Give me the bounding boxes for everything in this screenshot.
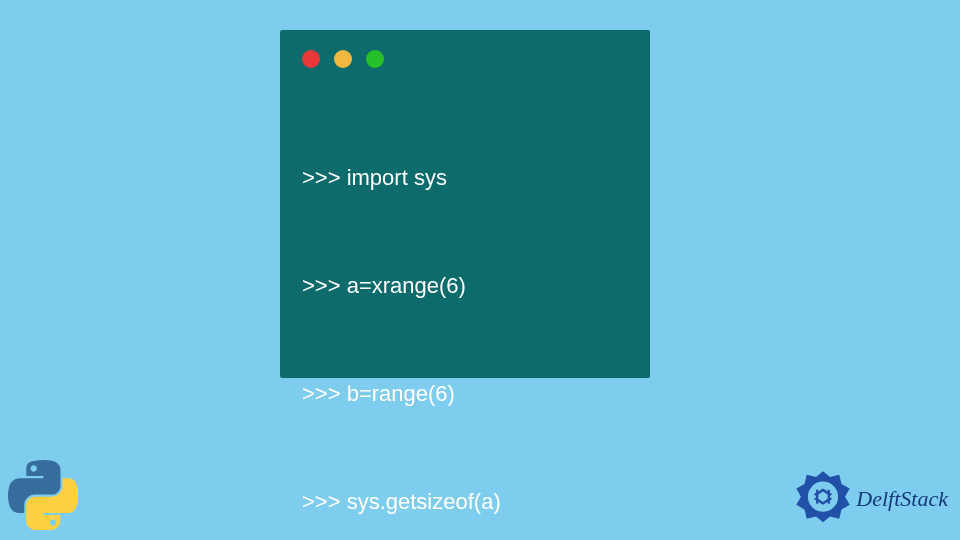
maximize-icon: [366, 50, 384, 68]
code-line: >>> sys.getsizeof(a): [302, 484, 628, 520]
python-logo-icon: [8, 460, 78, 530]
delftstack-name: DelftStack: [856, 486, 948, 512]
window-controls: [302, 50, 384, 68]
terminal-code: >>> import sys >>> a=xrange(6) >>> b=ran…: [302, 88, 628, 540]
delftstack-logo: DelftStack: [794, 470, 948, 528]
terminal-window: >>> import sys >>> a=xrange(6) >>> b=ran…: [280, 30, 650, 378]
code-line: >>> a=xrange(6): [302, 268, 628, 304]
svg-point-1: [808, 482, 838, 512]
delftstack-badge-icon: [794, 470, 852, 528]
minimize-icon: [334, 50, 352, 68]
code-line: >>> import sys: [302, 160, 628, 196]
close-icon: [302, 50, 320, 68]
code-line: >>> b=range(6): [302, 376, 628, 412]
